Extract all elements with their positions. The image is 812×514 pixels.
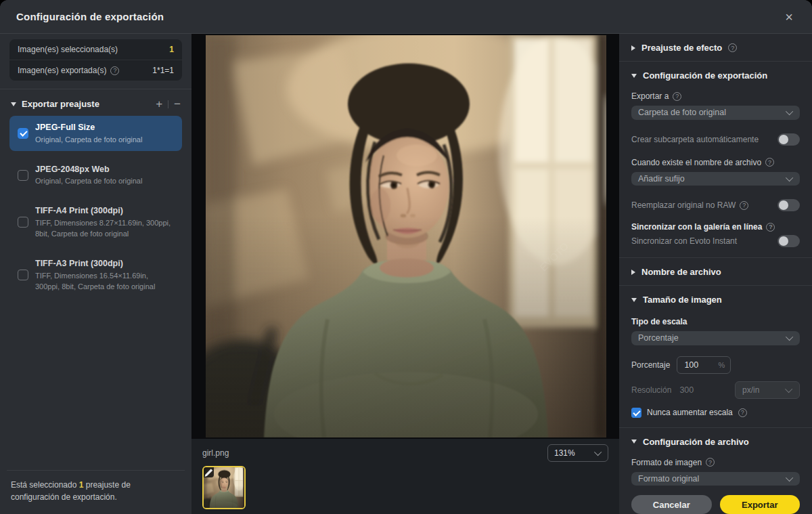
sync-instant-label: Sincronizar con Evoto Instant	[631, 236, 737, 246]
preset-name: TIFF-A3 Print (300dpi)	[35, 257, 174, 270]
export-to-value: Carpeta de foto original	[638, 108, 726, 117]
edited-badge	[204, 467, 214, 477]
selected-images-value: 1	[169, 45, 174, 54]
image-format-value: Formato original	[638, 474, 699, 484]
resolution-row: Resolución 300 px/in	[631, 381, 800, 399]
pencil-icon	[204, 466, 214, 493]
help-icon[interactable]	[738, 408, 747, 417]
percentage-unit: %	[719, 361, 725, 369]
help-icon[interactable]	[765, 158, 774, 167]
zoom-level-select[interactable]: 131%	[547, 444, 608, 462]
exported-images-row: Imagen(es) exportada(s) 1*1=1	[9, 60, 182, 81]
export-settings-dialog: Configuración de exportación × Imagen(es…	[0, 0, 812, 514]
image-size-title: Tamaño de imagen	[643, 295, 722, 305]
zoom-level-value: 131%	[554, 448, 575, 458]
chevron-down-icon	[594, 448, 602, 456]
resolution-unit-select[interactable]: px/in	[735, 381, 800, 399]
filename-label: girl.png	[202, 448, 229, 458]
preset-description: Original, Carpeta de foto original	[35, 135, 142, 146]
summary-prefix: Está seleccionado	[11, 480, 79, 490]
resolution-label: Resolución	[631, 385, 671, 395]
replace-original-toggle-row: Reemplazar original no RAW	[631, 199, 800, 211]
chevron-down-icon	[786, 333, 793, 341]
triangle-down-icon	[631, 440, 637, 444]
sync-instant-toggle-row: Sincronizar con Evoto Instant	[631, 235, 800, 247]
triangle-right-icon	[631, 45, 635, 51]
export-to-label: Exportar a	[631, 91, 669, 101]
preset-checkbox[interactable]	[18, 217, 28, 228]
preset-item-tiff-a3[interactable]: TIFF-A3 Print (300dpi) TIFF, Dimensiones…	[9, 252, 182, 298]
scale-type-label-row: Tipo de escala	[631, 317, 800, 326]
filmstrip-bar: girl.png 131%	[191, 439, 619, 514]
exported-images-value: 1*1=1	[152, 66, 174, 75]
triangle-down-icon	[11, 102, 16, 106]
photo-viewport[interactable]	[191, 34, 619, 439]
filename-exists-value: Añadir sufijo	[638, 174, 685, 184]
help-icon[interactable]	[740, 201, 748, 210]
export-button[interactable]: Exportar	[720, 495, 800, 514]
percentage-value: 100	[684, 360, 698, 370]
preset-checkbox[interactable]	[18, 270, 28, 280]
export-presets-title: Exportar preajuste	[22, 99, 99, 109]
preset-sidebar: Imagen(es) seleccionada(s) 1 Imagen(es) …	[0, 34, 191, 514]
scale-type-select[interactable]: Porcentaje	[631, 331, 800, 345]
divider	[168, 100, 168, 108]
never-upscale-row: Nunca aumentar escala	[631, 408, 800, 418]
preset-checkbox[interactable]	[18, 170, 28, 181]
never-upscale-label: Nunca aumentar escala	[647, 408, 733, 417]
filename-section-header[interactable]: Nombre de archivo	[619, 258, 812, 285]
preset-item-tiff-a4[interactable]: TIFF-A4 Print (300dpi) TIFF, Dimensiones…	[9, 199, 182, 245]
export-to-select[interactable]: Carpeta de foto original	[631, 106, 800, 120]
chevron-down-icon	[786, 474, 793, 481]
help-icon[interactable]	[110, 66, 119, 75]
help-icon[interactable]	[673, 92, 681, 101]
sync-gallery-label: Sincronizar con la galería en línea	[631, 222, 762, 232]
preview-canvas: girl.png 131%	[191, 34, 619, 514]
replace-original-toggle[interactable]	[777, 199, 800, 211]
replace-original-label: Reemplazar original no RAW	[631, 200, 736, 210]
photo-thumbnail[interactable]	[202, 466, 246, 509]
triangle-down-icon	[631, 298, 637, 302]
image-format-label: Formato de imagen	[631, 458, 702, 467]
preset-description: TIFF, Dimensiones 8.27×11.69in, 300ppi, …	[35, 218, 174, 240]
chevron-down-icon	[786, 174, 793, 181]
exported-images-label: Imagen(es) exportada(s)	[18, 66, 119, 75]
preset-checkbox[interactable]	[18, 128, 28, 139]
export-presets-header[interactable]: Exportar preajuste + −	[0, 89, 191, 116]
close-icon[interactable]: ×	[782, 7, 796, 26]
selected-images-label: Imagen(es) seleccionada(s)	[18, 45, 118, 54]
preset-item-jpeg-2048px[interactable]: JPEG-2048px Web Original, Carpeta de fot…	[9, 158, 182, 193]
subfolder-toggle[interactable]	[777, 133, 800, 146]
help-icon[interactable]	[766, 223, 775, 232]
preset-name: JPEG-2048px Web	[35, 163, 142, 176]
help-icon[interactable]	[706, 458, 715, 467]
image-format-select[interactable]: Formato original	[631, 472, 800, 486]
triangle-right-icon	[631, 270, 635, 275]
effect-preset-section-header[interactable]: Preajuste de efecto	[619, 34, 812, 61]
filename-exists-label: Cuando existe el nombre de archivo	[631, 158, 761, 167]
sync-instant-toggle[interactable]	[777, 235, 800, 247]
image-stats-card: Imagen(es) seleccionada(s) 1 Imagen(es) …	[9, 39, 182, 81]
resolution-unit-value: px/in	[742, 385, 759, 395]
preset-item-jpeg-full-size[interactable]: JPEG-Full Size Original, Carpeta de foto…	[9, 116, 182, 151]
export-config-section-header[interactable]: Configuración de exportación	[619, 62, 812, 89]
scale-type-label: Tipo de escala	[631, 317, 687, 326]
filename-exists-label-row: Cuando existe el nombre de archivo	[631, 158, 800, 167]
file-config-section-header[interactable]: Configuración de archivo	[619, 428, 812, 455]
percentage-row: Porcentaje 100 %	[631, 356, 800, 374]
selected-images-row: Imagen(es) seleccionada(s) 1	[9, 39, 182, 60]
cancel-button[interactable]: Cancelar	[631, 495, 712, 514]
image-size-section-header[interactable]: Tamaño de imagen	[619, 286, 812, 313]
scale-type-value: Porcentaje	[638, 333, 679, 343]
help-icon[interactable]	[728, 43, 737, 52]
preset-name: JPEG-Full Size	[35, 121, 142, 134]
never-upscale-checkbox[interactable]	[631, 408, 641, 418]
sync-gallery-label-row: Sincronizar con la galería en línea	[631, 222, 800, 232]
settings-panel: Preajuste de efecto Configuración de exp…	[619, 34, 812, 514]
subfolder-toggle-row: Crear subcarpeta automáticamente	[631, 133, 800, 146]
export-to-label-row: Exportar a	[631, 91, 800, 101]
percentage-input[interactable]: 100 %	[677, 356, 731, 374]
remove-preset-icon[interactable]: −	[174, 98, 181, 110]
filename-exists-select[interactable]: Añadir sufijo	[631, 172, 800, 186]
add-preset-icon[interactable]: +	[156, 98, 162, 110]
